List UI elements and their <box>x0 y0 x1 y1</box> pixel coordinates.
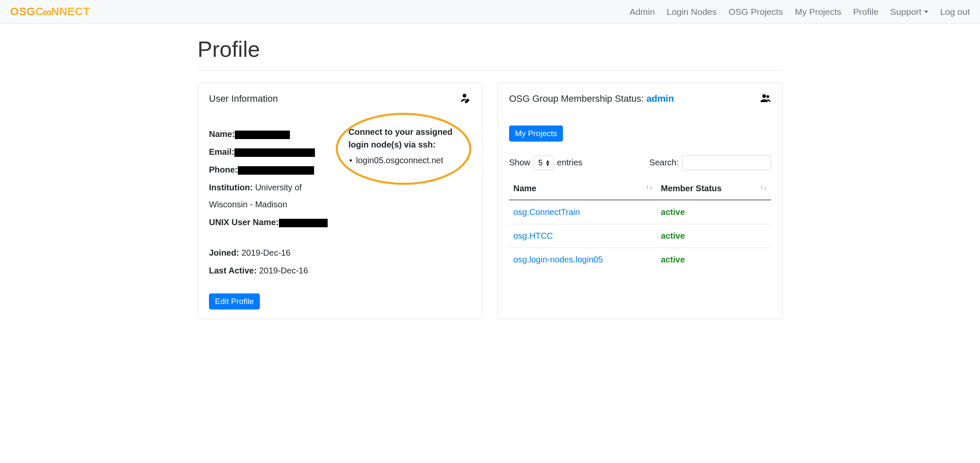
brand-logo[interactable]: OSGC∞NNECT <box>10 5 90 18</box>
table-row: osg.login-nodes.login05 active <box>509 248 771 272</box>
navbar: OSGC∞NNECT Admin Login Nodes OSG Project… <box>0 0 980 24</box>
brand-part1: OSG <box>10 5 35 18</box>
label-unix: UNIX User Name: <box>209 218 279 227</box>
label-email: Email: <box>209 147 234 156</box>
col-name[interactable]: Name↑↓ <box>509 178 657 200</box>
value-last-active: 2019-Dec-16 <box>259 266 308 275</box>
membership-heading-prefix: OSG Group Membership Status: <box>509 93 646 104</box>
label-last-active: Last Active: <box>209 266 257 275</box>
nav-support[interactable]: Support <box>890 7 928 17</box>
redacted-phone <box>238 166 314 175</box>
svg-point-1 <box>762 94 766 98</box>
membership-header: OSG Group Membership Status: admin <box>509 92 771 105</box>
login-node-list: login05.osgconnect.net <box>348 152 471 169</box>
nav-my-projects[interactable]: My Projects <box>795 7 841 17</box>
search-wrap: Search: <box>649 155 771 170</box>
sort-icon: ↑↓ <box>760 184 767 191</box>
redacted-name <box>235 131 290 139</box>
value-joined: 2019-Dec-16 <box>242 248 291 257</box>
brand-part3: NNECT <box>51 5 90 18</box>
search-input[interactable] <box>682 155 771 170</box>
redacted-email <box>234 148 315 157</box>
nav-osg-projects[interactable]: OSG Projects <box>729 7 783 17</box>
page-divider <box>198 70 782 71</box>
nav-login-nodes[interactable]: Login Nodes <box>667 7 717 17</box>
label-name: Name: <box>209 129 235 139</box>
page-title: Profile <box>198 36 782 62</box>
user-info-card: User Information Name: Email: Phone: Ins… <box>198 83 482 319</box>
search-label: Search: <box>649 158 679 167</box>
group-link[interactable]: osg.ConnectTrain <box>513 207 580 217</box>
nav-links: Admin Login Nodes OSG Projects My Projec… <box>629 7 970 17</box>
row-status: active <box>661 255 685 264</box>
brand-part2: C <box>35 5 43 18</box>
login-node-item: login05.osgconnect.net <box>356 152 471 169</box>
sort-icon: ↑↓ <box>646 184 652 191</box>
nav-admin[interactable]: Admin <box>629 7 655 17</box>
label-joined: Joined: <box>209 248 239 257</box>
redacted-unix <box>279 219 328 227</box>
nav-profile[interactable]: Profile <box>853 7 879 17</box>
entries-label: entries <box>557 158 582 167</box>
edit-profile-button[interactable]: Edit Profile <box>209 293 260 310</box>
membership-card: OSG Group Membership Status: admin My Pr… <box>498 83 782 319</box>
nav-support-label: Support <box>890 7 922 17</box>
col-name-label: Name <box>513 184 536 193</box>
user-info-header: User Information <box>209 92 471 105</box>
label-institution: Institution: <box>209 183 253 192</box>
group-link[interactable]: osg.HTCC <box>513 231 553 240</box>
row-status: active <box>661 207 685 217</box>
caret-down-icon <box>924 11 928 13</box>
main-container: Profile User Information Name: Email: Ph… <box>172 24 808 332</box>
membership-status: admin <box>646 93 674 104</box>
users-icon[interactable] <box>760 92 771 105</box>
nav-logout[interactable]: Log out <box>940 7 970 17</box>
svg-point-0 <box>463 94 467 98</box>
page-size-select[interactable]: 5 <box>534 156 554 170</box>
user-info-body: Name: Email: Phone: Institution: Univers… <box>209 126 471 310</box>
user-details-col: Name: Email: Phone: Institution: Univers… <box>209 126 331 310</box>
row-status: active <box>661 231 685 240</box>
table-controls: Show 5 ▲▼ entries Search: <box>509 155 771 170</box>
label-phone: Phone: <box>209 165 238 174</box>
svg-point-2 <box>766 95 769 98</box>
edit-user-icon[interactable] <box>460 92 471 105</box>
show-label: Show <box>509 158 530 167</box>
table-row: osg.HTCC active <box>509 224 771 248</box>
login-node-col: Connect to your assigned login node(s) v… <box>348 126 471 310</box>
content-row: User Information Name: Email: Phone: Ins… <box>198 83 782 319</box>
membership-table: Name↑↓ Member Status↑↓ osg.ConnectTrain … <box>509 178 771 271</box>
page-size-select-wrap: 5 ▲▼ <box>534 156 554 170</box>
col-status-label: Member Status <box>661 184 721 193</box>
user-info-heading: User Information <box>209 93 278 104</box>
membership-heading: OSG Group Membership Status: admin <box>509 93 674 104</box>
group-link[interactable]: osg.login-nodes.login05 <box>513 255 603 264</box>
my-projects-button[interactable]: My Projects <box>509 126 563 142</box>
show-entries: Show 5 ▲▼ entries <box>509 156 582 170</box>
login-node-heading: Connect to your assigned login node(s) v… <box>348 126 471 151</box>
col-status[interactable]: Member Status↑↓ <box>657 178 771 200</box>
table-row: osg.ConnectTrain active <box>509 200 771 224</box>
